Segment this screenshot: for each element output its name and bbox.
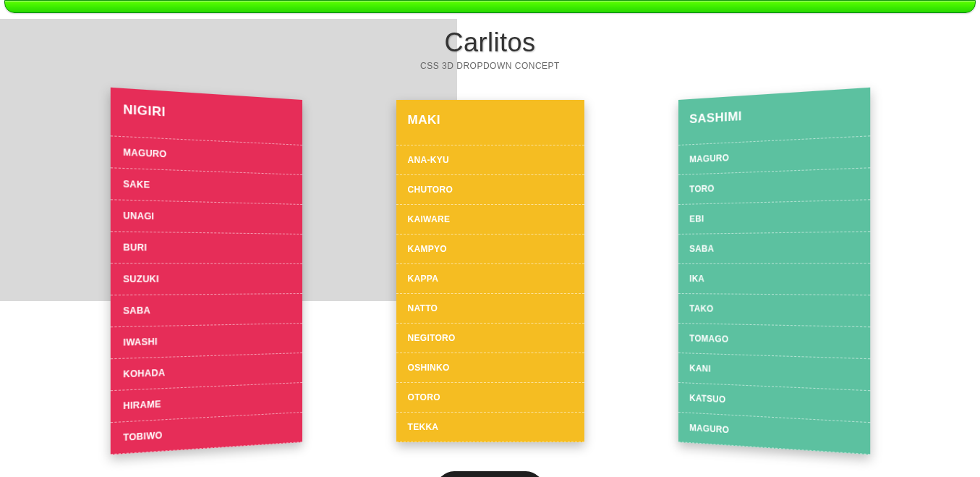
menu-item[interactable]: UNAGI [110, 199, 302, 234]
menu-item[interactable]: CHUTORO [396, 174, 584, 204]
page-header: Carlitos CSS 3D DROPDOWN CONCEPT [0, 28, 980, 71]
menu-item[interactable]: OSHINKO [396, 353, 584, 382]
menu-item[interactable]: EBI [678, 199, 870, 234]
button-container: PRECIONAR [0, 471, 980, 477]
menu-title-sashimi: SASHIMI [678, 88, 870, 145]
precionar-button[interactable]: PRECIONAR [436, 471, 544, 477]
menu-sashimi[interactable]: SASHIMI MAGURO TORO EBI SABA IKA TAKO TO… [678, 88, 870, 455]
top-bar [4, 0, 976, 13]
menu-item[interactable]: KAIWARE [396, 204, 584, 234]
menu-item[interactable]: SABA [110, 293, 302, 326]
menu-item[interactable]: TEKKA [396, 412, 584, 442]
menu-item[interactable]: TORO [678, 167, 870, 204]
menu-item[interactable]: ANA-KYU [396, 145, 584, 174]
menu-item[interactable]: BURI [110, 231, 302, 263]
page-title: Carlitos [0, 28, 980, 58]
menu-maki[interactable]: MAKI ANA-KYU CHUTORO KAIWARE KAMPYO KAPP… [396, 100, 584, 442]
menu-item[interactable]: SABA [678, 231, 870, 263]
menu-item[interactable]: KAPPA [396, 263, 584, 293]
menus-container: NIGIRI MAGURO SAKE UNAGI BURI SUZUKI SAB… [0, 100, 980, 442]
menu-item[interactable]: OTORO [396, 382, 584, 412]
menu-item[interactable]: SUZUKI [110, 263, 302, 295]
page-subtitle: CSS 3D DROPDOWN CONCEPT [0, 61, 980, 71]
menu-item[interactable]: NATTO [396, 293, 584, 323]
menu-item[interactable]: SAKE [110, 167, 302, 204]
menu-item[interactable]: TAKO [678, 293, 870, 326]
menu-title-maki: MAKI [396, 100, 584, 145]
menu-nigiri[interactable]: NIGIRI MAGURO SAKE UNAGI BURI SUZUKI SAB… [110, 88, 302, 455]
menu-item[interactable]: KAMPYO [396, 234, 584, 263]
menu-item[interactable]: NEGITORO [396, 323, 584, 353]
menu-item[interactable]: IKA [678, 263, 870, 295]
